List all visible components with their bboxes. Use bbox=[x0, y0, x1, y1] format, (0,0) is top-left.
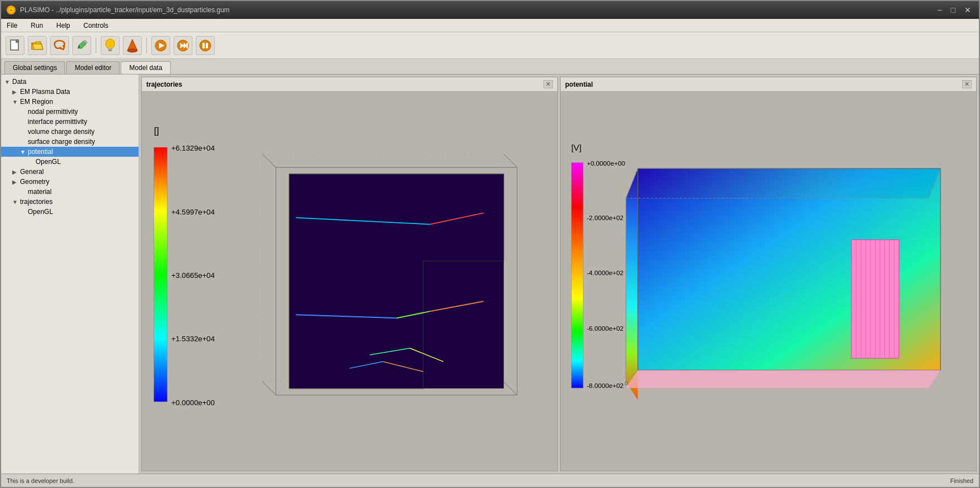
svg-rect-17 bbox=[154, 147, 167, 402]
status-right: Finished bbox=[950, 477, 973, 484]
sidebar-item-em-region[interactable]: ▼ EM Region bbox=[1, 97, 138, 107]
sidebar-item-opengl-potential[interactable]: OpenGL bbox=[1, 157, 138, 167]
main-window: PLASIMO - ../plplugins/particle_tracker/… bbox=[0, 0, 980, 488]
sidebar-label-material: material bbox=[28, 188, 52, 196]
svg-rect-15 bbox=[206, 43, 208, 48]
sidebar-label-opengl-traj: OpenGL bbox=[28, 208, 53, 216]
svg-point-13 bbox=[200, 40, 211, 51]
trajectories-panel-header: trajectories ✕ bbox=[142, 77, 557, 92]
trajectories-panel-title: trajectories bbox=[146, 81, 182, 88]
edit-button[interactable] bbox=[72, 36, 91, 55]
sidebar-label-surf-charge: surface charge density bbox=[28, 138, 95, 146]
tab-model-editor[interactable]: Model editor bbox=[66, 61, 120, 74]
sidebar-label-nodal: nodal permittivity bbox=[28, 108, 78, 116]
svg-rect-27 bbox=[423, 261, 504, 389]
potential-close-button[interactable]: ✕ bbox=[962, 80, 972, 88]
sidebar-label-geometry: Geometry bbox=[20, 178, 50, 186]
tree-arrow-general: ▶ bbox=[12, 169, 20, 175]
sidebar-label-opengl-pot: OpenGL bbox=[36, 158, 61, 166]
title-bar-left: PLASIMO - ../plplugins/particle_tracker/… bbox=[7, 6, 230, 14]
svg-text:+0.0000e+00: +0.0000e+00 bbox=[587, 160, 626, 167]
sidebar-item-data[interactable]: ▼ Data bbox=[1, 77, 138, 87]
toolbar-sep-1 bbox=[96, 38, 96, 53]
status-left: This is a developer build. bbox=[7, 477, 75, 484]
svg-text:-2.0000e+02: -2.0000e+02 bbox=[587, 214, 623, 221]
sidebar-item-nodal-permittivity[interactable]: nodal permittivity bbox=[1, 107, 138, 117]
svg-text:+3.0665e+04: +3.0665e+04 bbox=[171, 271, 215, 280]
app-icon bbox=[7, 6, 16, 14]
sidebar-item-volume-charge[interactable]: volume charge density bbox=[1, 127, 138, 137]
trajectories-panel: trajectories ✕ [] bbox=[141, 77, 558, 471]
sidebar-item-surface-charge[interactable]: surface charge density bbox=[1, 137, 138, 147]
play-button[interactable] bbox=[151, 36, 170, 55]
svg-text:0: 0 bbox=[625, 380, 627, 386]
sidebar-label-potential: potential bbox=[28, 148, 53, 156]
svg-text:[V]: [V] bbox=[571, 143, 581, 152]
sidebar-label-vol-charge: volume charge density bbox=[28, 128, 95, 136]
tab-global-settings[interactable]: Global settings bbox=[4, 61, 65, 74]
sidebar-item-em-plasma-data[interactable]: ▶ EM Plasma Data bbox=[1, 87, 138, 97]
sidebar-item-general[interactable]: ▶ General bbox=[1, 167, 138, 177]
close-button[interactable]: ✕ bbox=[962, 6, 973, 14]
title-bar-controls: − □ ✕ bbox=[935, 6, 973, 14]
tree-arrow-em-plasma: ▶ bbox=[12, 89, 20, 95]
svg-point-3 bbox=[106, 39, 115, 49]
sidebar: ▼ Data ▶ EM Plasma Data ▼ EM Region noda… bbox=[1, 74, 139, 474]
svg-text:+6.1329e+04: +6.1329e+04 bbox=[171, 144, 215, 152]
sidebar-item-geometry[interactable]: ▶ Geometry bbox=[1, 177, 138, 187]
tree-arrow-trajectories: ▼ bbox=[12, 199, 20, 205]
sidebar-item-interface-permittivity[interactable]: interface permittivity bbox=[1, 117, 138, 127]
tab-model-data[interactable]: Model data bbox=[121, 61, 170, 74]
menu-run[interactable]: Run bbox=[28, 21, 45, 31]
sidebar-item-trajectories[interactable]: ▼ trajectories bbox=[1, 197, 138, 207]
toolbar-sep-2 bbox=[146, 38, 147, 53]
minimize-button[interactable]: − bbox=[935, 6, 944, 14]
svg-rect-38 bbox=[571, 163, 583, 389]
cone-button[interactable] bbox=[123, 36, 142, 55]
maximize-button[interactable]: □ bbox=[949, 6, 958, 14]
svg-text:-8.0000e+02: -8.0000e+02 bbox=[587, 382, 623, 389]
forward-button[interactable] bbox=[174, 36, 192, 55]
menu-controls[interactable]: Controls bbox=[81, 21, 111, 31]
title-bar: PLASIMO - ../plplugins/particle_tracker/… bbox=[1, 1, 979, 19]
new-button[interactable] bbox=[6, 36, 24, 55]
tabs-bar: Global settings Model editor Model data bbox=[1, 59, 979, 74]
svg-line-23 bbox=[263, 154, 276, 167]
potential-panel-title: potential bbox=[565, 81, 593, 88]
svg-text:+4.5997e+04: +4.5997e+04 bbox=[171, 208, 215, 216]
menu-file[interactable]: File bbox=[4, 21, 19, 31]
svg-line-25 bbox=[504, 382, 517, 395]
svg-text:+1.5332e+04: +1.5332e+04 bbox=[171, 335, 215, 343]
sidebar-item-opengl-trajectories[interactable]: OpenGL bbox=[1, 207, 138, 217]
trajectories-close-button[interactable]: ✕ bbox=[543, 80, 553, 88]
svg-line-8 bbox=[105, 40, 106, 41]
potential-panel: potential ✕ [V] bbox=[560, 77, 977, 471]
sidebar-label-interface: interface permittivity bbox=[28, 118, 87, 126]
main-panels: trajectories ✕ [] bbox=[139, 74, 979, 474]
potential-panel-content: [V] bbox=[561, 92, 976, 471]
pause-button[interactable] bbox=[196, 36, 215, 55]
tree-arrow-em-region: ▼ bbox=[12, 99, 20, 105]
trajectories-panel-content: [] bbox=[142, 92, 557, 471]
svg-text:-4.0000e+02: -4.0000e+02 bbox=[587, 269, 623, 276]
tree-arrow-data: ▼ bbox=[4, 79, 12, 85]
sidebar-item-potential[interactable]: ▼ potential bbox=[1, 147, 138, 157]
sidebar-label-em-plasma: EM Plasma Data bbox=[20, 88, 70, 96]
open-button[interactable] bbox=[28, 36, 47, 55]
menu-help[interactable]: Help bbox=[54, 21, 72, 31]
sidebar-label-general: General bbox=[20, 168, 44, 176]
status-bar: This is a developer build. Finished bbox=[1, 474, 979, 487]
save-button[interactable] bbox=[50, 36, 69, 55]
menu-bar: File Run Help Controls bbox=[1, 19, 979, 32]
svg-line-26 bbox=[263, 382, 276, 395]
tree-arrow-geometry: ▶ bbox=[12, 179, 20, 185]
svg-point-9 bbox=[127, 49, 137, 52]
svg-rect-5 bbox=[108, 50, 112, 51]
tree-arrow-potential: ▼ bbox=[20, 149, 28, 155]
svg-rect-14 bbox=[202, 43, 205, 48]
sidebar-item-material[interactable]: material bbox=[1, 187, 138, 197]
sidebar-label-em-region: EM Region bbox=[20, 98, 53, 106]
bulb-button[interactable] bbox=[101, 36, 120, 55]
potential-panel-header: potential ✕ bbox=[561, 77, 976, 92]
svg-line-7 bbox=[114, 40, 115, 41]
